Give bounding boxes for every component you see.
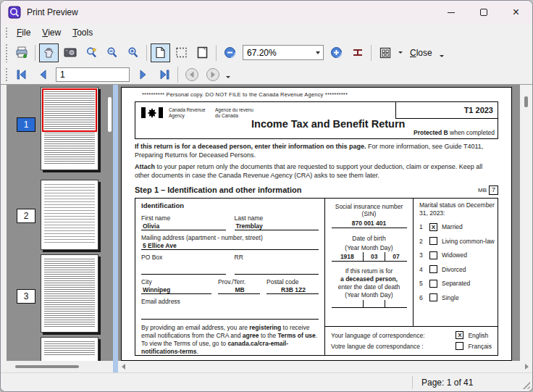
page-thumbnail-3[interactable]: [41, 254, 98, 333]
attach-bold: Attach: [135, 163, 155, 170]
email-label: Email address: [141, 298, 319, 305]
preview-horizontal-scrollbar[interactable]: [118, 361, 532, 372]
po-box-value: [141, 267, 226, 275]
dob-value-row: 1918 03 07: [332, 252, 407, 262]
dynamic-zoom-button[interactable]: [81, 43, 101, 62]
multi-page-view-button[interactable]: [375, 43, 395, 62]
identification-column: Identification First name Olivia Last na…: [135, 199, 325, 355]
language-option-french: Français: [456, 342, 492, 350]
next-page-button[interactable]: [133, 65, 153, 84]
menu-tools[interactable]: Tools: [67, 26, 98, 39]
marital-checkbox-separated[interactable]: [429, 280, 437, 288]
maximize-button[interactable]: [467, 1, 500, 24]
sidebar-vertical-scrollbar-thumb[interactable]: [108, 97, 112, 132]
previous-page-button[interactable]: [33, 65, 52, 84]
zoom-value-input[interactable]: [243, 47, 306, 59]
marital-option-common-law: 2 Living common-law: [419, 237, 498, 245]
toolbar-gripper[interactable]: [5, 43, 9, 62]
hand-tool-button[interactable]: [39, 43, 59, 62]
fit-page-icon: [197, 46, 208, 59]
sidebar-horizontal-scrollbar[interactable]: [7, 361, 113, 372]
page-canvas[interactable]: ********** Personal copy. DO NOT FILE to…: [118, 85, 520, 361]
agency-name-en: Canada Revenue Agency: [169, 107, 209, 119]
attach-rest: to your paper return only the documents …: [135, 163, 482, 179]
go-back-button[interactable]: [182, 65, 201, 84]
fit-visible-button[interactable]: [172, 43, 191, 62]
province-label: MB: [478, 187, 487, 193]
step1-heading-row: Step 1 – Identification and other inform…: [135, 185, 498, 195]
thumbnail-content: [44, 259, 95, 328]
preview-vertical-scrollbar-thumb[interactable]: [524, 96, 528, 107]
marital-checkbox-married[interactable]: X: [429, 223, 437, 231]
dob-format: (Year Month Day): [328, 244, 410, 252]
menu-view[interactable]: View: [36, 26, 67, 39]
marital-option-single: 6 Single: [419, 293, 498, 301]
print-button[interactable]: [12, 43, 31, 62]
marital-option-married: 1 X Married: [419, 223, 498, 231]
agency-block: Canada Revenue Agency Agence du revenu d…: [141, 107, 256, 119]
minimize-button[interactable]: [435, 1, 467, 24]
rr-field: RR: [235, 254, 319, 275]
close-preview-button[interactable]: Close: [406, 46, 437, 60]
protected-b-rest: when completed: [448, 129, 495, 136]
death-value-row: [332, 300, 407, 308]
page-thumbnail-2[interactable]: [41, 180, 98, 250]
print-preview-window: Print Preview × File View Tools: [0, 0, 533, 392]
zoom-in-tool-button[interactable]: [123, 43, 143, 62]
page-number-input[interactable]: [56, 67, 130, 82]
current-view-rectangle[interactable]: [42, 88, 97, 132]
language-checkbox-english[interactable]: X: [456, 331, 463, 339]
zoom-in-button[interactable]: [327, 43, 346, 62]
zoom-dropdown-arrow-icon[interactable]: [316, 51, 320, 54]
toolbar-separator: [371, 45, 372, 61]
sidebar-horizontal-scrollbar-thumb[interactable]: [15, 365, 79, 368]
zoom-combobox[interactable]: [243, 45, 324, 60]
titlebar: Print Preview ×: [1, 1, 532, 24]
go-forward-button[interactable]: [203, 65, 222, 84]
multi-page-dropdown-arrow-icon[interactable]: [398, 51, 403, 54]
resize-grip[interactable]: [523, 382, 530, 389]
sidebar-splitter[interactable]: [113, 85, 118, 372]
email-note: By providing an email address, you are r…: [141, 324, 319, 356]
page-thumbnail-1[interactable]: [41, 87, 98, 170]
actual-size-button[interactable]: [151, 43, 170, 62]
close-window-button[interactable]: ×: [500, 1, 532, 24]
page-label-2[interactable]: 2: [17, 209, 35, 223]
marital-checkbox-divorced[interactable]: [429, 265, 437, 273]
menubar-gripper[interactable]: [5, 26, 9, 38]
zoom-out-tool-button[interactable]: [102, 43, 122, 62]
page-label-3[interactable]: 3: [17, 289, 35, 304]
province-field-label: Prov./Terr.: [218, 278, 260, 285]
multi-page-grid-icon: [379, 47, 391, 59]
first-page-button[interactable]: [12, 65, 31, 84]
navbar-gripper[interactable]: [5, 67, 9, 82]
preview-vertical-scrollbar[interactable]: [520, 85, 532, 361]
zoom-out-tool-icon: [106, 46, 119, 59]
snapshot-button[interactable]: [60, 43, 80, 62]
first-name-label: First name: [141, 214, 226, 222]
thumbnail-content: [44, 184, 95, 245]
page-thumbnail-4-partial[interactable]: [41, 337, 98, 362]
menu-file[interactable]: File: [11, 26, 36, 39]
fit-width-button[interactable]: [348, 43, 367, 62]
navbar-overflow-arrow-icon[interactable]: [226, 76, 230, 78]
first-name-value: Olivia: [141, 222, 226, 230]
zoom-out-button[interactable]: [220, 43, 240, 62]
marital-checkbox-single[interactable]: [429, 293, 437, 301]
dob-label: Date of birth: [328, 235, 410, 243]
form-title: Income Tax and Benefit Return: [251, 118, 405, 130]
last-name-value: Tremblay: [235, 222, 319, 230]
fit-width-icon: [351, 46, 364, 59]
death-month: [363, 300, 385, 307]
language-checkbox-french[interactable]: [456, 342, 463, 350]
attach-paragraph: Attach to your paper return only the doc…: [135, 163, 498, 180]
fit-page-button[interactable]: [193, 43, 212, 62]
marital-checkbox-common-law[interactable]: [429, 237, 437, 245]
death-line2: a deceased person,: [328, 275, 410, 283]
page-label-1[interactable]: 1: [17, 117, 35, 132]
last-page-button[interactable]: [154, 65, 174, 84]
scroll-right-arrow-icon[interactable]: [525, 364, 529, 370]
marital-checkbox-widowed[interactable]: [429, 251, 437, 259]
toolbar-overflow-arrow-icon[interactable]: [440, 55, 444, 57]
scroll-left-arrow-icon[interactable]: [122, 364, 125, 370]
